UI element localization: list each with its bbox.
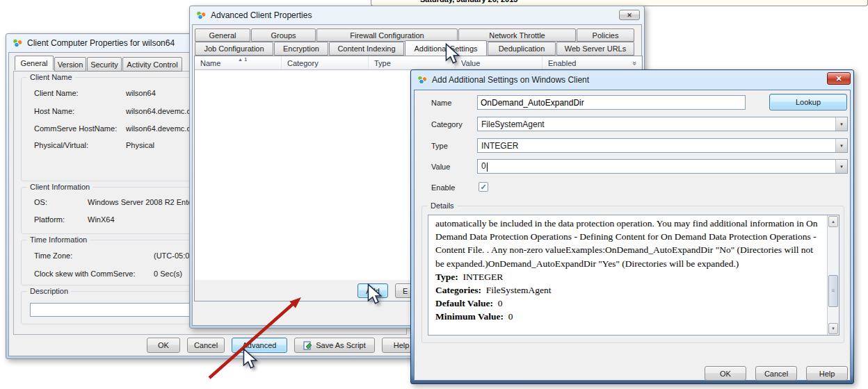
window-title: Client Computer Properties for wilson64 (27, 38, 175, 48)
thumb-grip-icon: ≡ (832, 290, 835, 292)
tab-activity-control[interactable]: Activity Control (122, 57, 182, 72)
app-icon (417, 75, 428, 85)
enable-checkbox[interactable]: ✓ (479, 182, 488, 192)
tab-version[interactable]: Version (54, 57, 86, 72)
field-value: wilson64.devemc.c (126, 124, 191, 133)
window-title: Advanced Client Properties (211, 10, 312, 20)
settings-table-header: Name Category Type Value Enabled (195, 56, 642, 70)
type-label: Type (431, 142, 448, 150)
mouse-cursor-icon (367, 283, 383, 304)
tab-security[interactable]: Security (87, 57, 122, 72)
field-label: Platform: (34, 215, 88, 224)
close-icon: ✕ (627, 12, 632, 19)
save-as-script-button[interactable]: Save As Script (294, 338, 375, 353)
text-caret (487, 163, 488, 172)
field-label: Client Name: (34, 89, 126, 97)
dropdown-arrow-icon[interactable]: ▼ (835, 139, 847, 152)
details-scrollbar[interactable]: ▲ ≡ ▼ (827, 215, 839, 335)
cancel-button[interactable]: Cancel (187, 338, 225, 353)
chevron-double-down-icon: » (631, 61, 639, 65)
field-value: wilson64 (126, 89, 156, 97)
window-title: Add Additional Settings on Windows Clien… (432, 75, 589, 85)
value-combobox[interactable]: 0 ▼ (477, 159, 848, 174)
field-label: Time Zone: (34, 251, 154, 260)
ok-button[interactable]: OK (705, 366, 746, 381)
tab-web-server-urls[interactable]: Web Server URLs (556, 42, 634, 56)
dropdown-arrow-icon[interactable]: ▼ (835, 160, 847, 173)
field-value: 0 Sec(s) (154, 270, 182, 278)
add-additional-settings-window: Add Additional Settings on Windows Clien… (410, 69, 854, 384)
scrollbar-thumb[interactable]: ≡ (828, 275, 838, 307)
field-value: WinX64 (88, 215, 115, 224)
field-label: Physical/Virtual: (34, 141, 126, 149)
tab-general[interactable]: General (15, 56, 54, 70)
sort-indicator: ▲ 1 (238, 56, 247, 63)
details-textarea[interactable]: automatically be included in the data pr… (428, 215, 827, 335)
add-settings-titlebar[interactable]: Add Additional Settings on Windows Clien… (411, 70, 853, 89)
field-label: Host Name: (34, 107, 126, 115)
value-label: Value (431, 163, 450, 171)
advanced-properties-titlebar[interactable]: Advanced Client Properties (190, 6, 644, 24)
tab-content-indexing[interactable]: Content Indexing (329, 42, 404, 56)
script-icon (303, 341, 312, 350)
sort-asc-icon: ▲ (238, 57, 243, 62)
check-icon: ✓ (480, 183, 486, 192)
dropdown-arrow-icon[interactable]: ▼ (835, 117, 847, 131)
field-value: Physical (126, 141, 154, 149)
column-header-type[interactable]: Type (369, 56, 456, 69)
field-label: Clock skew with CommServe: (34, 270, 154, 278)
tab-deduplication[interactable]: Deduplication (488, 42, 556, 56)
column-header-category[interactable]: Category (282, 56, 369, 69)
cancel-button[interactable]: Cancel (755, 366, 797, 381)
close-button[interactable]: ✕ (619, 10, 640, 20)
field-label: OS: (34, 198, 88, 206)
advanced-button[interactable]: Advanced (232, 338, 287, 353)
name-label: Name (431, 99, 451, 107)
ok-button[interactable]: OK (147, 338, 180, 353)
tab-job-configuration[interactable]: Job Configuration (195, 42, 273, 56)
scroll-up-button[interactable]: ▲ (828, 216, 838, 227)
name-input[interactable] (477, 95, 746, 110)
details-group: Details automatically be included in the… (421, 206, 844, 343)
tab-groups[interactable]: Groups (251, 28, 316, 42)
type-combobox[interactable]: INTEGER ▼ (477, 138, 848, 153)
tab-policies[interactable]: Policies (577, 28, 634, 42)
date-text: Saturday, January 26, 2013 (420, 0, 517, 3)
scroll-up-icon: ▲ (831, 220, 835, 224)
app-icon (12, 38, 23, 48)
help-button[interactable]: Help (806, 366, 848, 381)
field-value: Windows Server 2008 R2 Enterpri (88, 198, 203, 206)
tab-general[interactable]: General (195, 28, 250, 42)
close-button[interactable]: ✕ (827, 72, 851, 85)
category-combobox[interactable]: FileSystemAgent ▼ (477, 117, 848, 131)
column-header-value[interactable]: Value (456, 56, 542, 69)
column-header-enabled[interactable]: Enabled (542, 56, 642, 69)
scroll-down-button[interactable]: ▼ (828, 323, 838, 334)
category-label: Category (431, 120, 463, 129)
tab-encryption[interactable]: Encryption (274, 42, 328, 56)
mouse-cursor-icon (445, 43, 460, 64)
close-icon: ✕ (835, 74, 842, 83)
header-chevron-button[interactable]: » (629, 58, 641, 69)
enable-label: Enable (431, 183, 455, 192)
scroll-down-icon: ▼ (831, 326, 835, 331)
mouse-cursor-icon (243, 348, 258, 369)
app-icon (195, 10, 207, 20)
field-value: wilson64.devemc.c (126, 107, 191, 115)
field-label: CommServe HostName: (34, 124, 126, 133)
lookup-button[interactable]: Lookup (769, 94, 847, 110)
